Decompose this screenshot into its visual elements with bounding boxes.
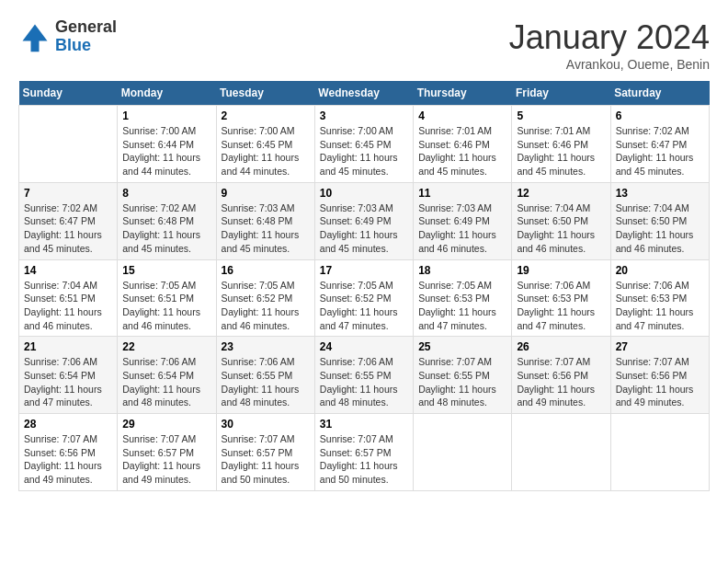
- day-info: Sunrise: 7:05 AMSunset: 6:51 PMDaylight:…: [122, 279, 210, 333]
- day-info: Sunrise: 7:02 AMSunset: 6:47 PMDaylight:…: [616, 124, 704, 178]
- calendar-cell: 31Sunrise: 7:07 AMSunset: 6:57 PMDayligh…: [314, 414, 413, 491]
- calendar-cell: 12Sunrise: 7:04 AMSunset: 6:50 PMDayligh…: [512, 182, 610, 259]
- header-sunday: Sunday: [19, 81, 118, 106]
- day-info: Sunrise: 7:03 AMSunset: 6:49 PMDaylight:…: [418, 201, 506, 256]
- calendar-cell: 21Sunrise: 7:06 AMSunset: 6:54 PMDayligh…: [19, 337, 118, 414]
- day-info: Sunrise: 7:07 AMSunset: 6:57 PMDaylight:…: [122, 432, 210, 487]
- day-number: 26: [517, 340, 605, 353]
- day-info: Sunrise: 7:04 AMSunset: 6:51 PMDaylight:…: [24, 279, 112, 333]
- day-info: Sunrise: 7:04 AMSunset: 6:50 PMDaylight:…: [517, 201, 605, 256]
- calendar-cell: 3Sunrise: 7:00 AMSunset: 6:45 PMDaylight…: [314, 106, 413, 183]
- calendar-cell: 15Sunrise: 7:05 AMSunset: 6:51 PMDayligh…: [118, 259, 216, 337]
- calendar-cell: 7Sunrise: 7:02 AMSunset: 6:47 PMDaylight…: [19, 182, 118, 259]
- day-number: 22: [122, 340, 210, 353]
- day-info: Sunrise: 7:06 AMSunset: 6:53 PMDaylight:…: [616, 279, 704, 333]
- header-saturday: Saturday: [610, 81, 709, 106]
- day-number: 19: [517, 264, 605, 277]
- calendar-cell: 20Sunrise: 7:06 AMSunset: 6:53 PMDayligh…: [610, 259, 709, 337]
- day-number: 21: [24, 340, 112, 353]
- day-info: Sunrise: 7:04 AMSunset: 6:50 PMDaylight:…: [616, 201, 704, 256]
- calendar-cell: [512, 414, 610, 491]
- day-number: 4: [418, 109, 506, 122]
- calendar-cell: 16Sunrise: 7:05 AMSunset: 6:52 PMDayligh…: [216, 259, 314, 337]
- day-number: 1: [122, 109, 210, 122]
- day-info: Sunrise: 7:07 AMSunset: 6:56 PMDaylight:…: [24, 432, 112, 487]
- day-info: Sunrise: 7:06 AMSunset: 6:55 PMDaylight:…: [320, 355, 408, 409]
- logo: General Blue: [18, 18, 117, 55]
- day-info: Sunrise: 7:07 AMSunset: 6:56 PMDaylight:…: [517, 355, 605, 409]
- calendar-cell: 13Sunrise: 7:04 AMSunset: 6:50 PMDayligh…: [610, 182, 709, 259]
- day-info: Sunrise: 7:05 AMSunset: 6:52 PMDaylight:…: [320, 279, 408, 333]
- day-number: 7: [24, 187, 112, 200]
- day-info: Sunrise: 7:07 AMSunset: 6:55 PMDaylight:…: [418, 355, 506, 409]
- day-info: Sunrise: 7:05 AMSunset: 6:52 PMDaylight:…: [222, 279, 310, 333]
- day-info: Sunrise: 7:00 AMSunset: 6:45 PMDaylight:…: [222, 124, 310, 178]
- day-number: 17: [320, 264, 408, 277]
- day-number: 20: [616, 264, 704, 277]
- logo-general-text: General: [55, 18, 117, 37]
- day-number: 16: [222, 264, 310, 277]
- day-info: Sunrise: 7:00 AMSunset: 6:45 PMDaylight:…: [320, 124, 408, 178]
- day-number: 11: [418, 187, 506, 200]
- calendar-cell: 5Sunrise: 7:01 AMSunset: 6:46 PMDaylight…: [512, 106, 610, 183]
- calendar-cell: 28Sunrise: 7:07 AMSunset: 6:56 PMDayligh…: [19, 414, 118, 491]
- calendar-cell: [610, 414, 709, 491]
- calendar-week-row: 14Sunrise: 7:04 AMSunset: 6:51 PMDayligh…: [19, 259, 710, 337]
- calendar-cell: 30Sunrise: 7:07 AMSunset: 6:57 PMDayligh…: [216, 414, 314, 491]
- day-number: 2: [222, 109, 310, 122]
- day-number: 3: [320, 109, 408, 122]
- title-block: January 2024 Avrankou, Oueme, Benin: [509, 18, 710, 72]
- calendar-week-row: 1Sunrise: 7:00 AMSunset: 6:44 PMDaylight…: [19, 106, 710, 183]
- calendar-week-row: 7Sunrise: 7:02 AMSunset: 6:47 PMDaylight…: [19, 182, 710, 259]
- calendar-header-row: SundayMondayTuesdayWednesdayThursdayFrid…: [19, 81, 710, 106]
- day-info: Sunrise: 7:07 AMSunset: 6:57 PMDaylight:…: [222, 432, 310, 487]
- header-tuesday: Tuesday: [216, 81, 314, 106]
- header-wednesday: Wednesday: [314, 81, 413, 106]
- day-number: 24: [320, 340, 408, 353]
- calendar-subtitle: Avrankou, Oueme, Benin: [509, 57, 710, 72]
- day-number: 18: [418, 264, 506, 277]
- day-info: Sunrise: 7:02 AMSunset: 6:47 PMDaylight:…: [24, 201, 112, 256]
- calendar-cell: 18Sunrise: 7:05 AMSunset: 6:53 PMDayligh…: [414, 259, 512, 337]
- day-number: 27: [616, 340, 704, 353]
- calendar-title: January 2024: [509, 18, 710, 57]
- calendar-table: SundayMondayTuesdayWednesdayThursdayFrid…: [18, 81, 710, 491]
- page-header: General Blue January 2024 Avrankou, Ouem…: [18, 18, 710, 72]
- day-number: 9: [222, 187, 310, 200]
- day-number: 29: [122, 418, 210, 431]
- day-number: 10: [320, 187, 408, 200]
- day-info: Sunrise: 7:03 AMSunset: 6:49 PMDaylight:…: [320, 201, 408, 256]
- day-info: Sunrise: 7:01 AMSunset: 6:46 PMDaylight:…: [517, 124, 605, 178]
- calendar-cell: 25Sunrise: 7:07 AMSunset: 6:55 PMDayligh…: [414, 337, 512, 414]
- calendar-cell: [414, 414, 512, 491]
- header-friday: Friday: [512, 81, 610, 106]
- day-info: Sunrise: 7:00 AMSunset: 6:44 PMDaylight:…: [122, 124, 210, 178]
- day-number: 5: [517, 109, 605, 122]
- day-info: Sunrise: 7:05 AMSunset: 6:53 PMDaylight:…: [418, 279, 506, 333]
- day-number: 15: [122, 264, 210, 277]
- day-info: Sunrise: 7:07 AMSunset: 6:57 PMDaylight:…: [320, 432, 408, 487]
- day-number: 6: [616, 109, 704, 122]
- day-info: Sunrise: 7:03 AMSunset: 6:48 PMDaylight:…: [222, 201, 310, 256]
- header-monday: Monday: [118, 81, 216, 106]
- calendar-cell: 22Sunrise: 7:06 AMSunset: 6:54 PMDayligh…: [118, 337, 216, 414]
- calendar-cell: 26Sunrise: 7:07 AMSunset: 6:56 PMDayligh…: [512, 337, 610, 414]
- calendar-cell: 17Sunrise: 7:05 AMSunset: 6:52 PMDayligh…: [314, 259, 413, 337]
- calendar-cell: [19, 106, 118, 183]
- day-info: Sunrise: 7:06 AMSunset: 6:53 PMDaylight:…: [517, 279, 605, 333]
- day-number: 30: [222, 418, 310, 431]
- day-number: 14: [24, 264, 112, 277]
- day-number: 13: [616, 187, 704, 200]
- day-info: Sunrise: 7:07 AMSunset: 6:56 PMDaylight:…: [616, 355, 704, 409]
- day-info: Sunrise: 7:06 AMSunset: 6:54 PMDaylight:…: [24, 355, 112, 409]
- logo-icon: [18, 20, 51, 53]
- calendar-cell: 29Sunrise: 7:07 AMSunset: 6:57 PMDayligh…: [118, 414, 216, 491]
- calendar-cell: 9Sunrise: 7:03 AMSunset: 6:48 PMDaylight…: [216, 182, 314, 259]
- calendar-cell: 6Sunrise: 7:02 AMSunset: 6:47 PMDaylight…: [610, 106, 709, 183]
- day-info: Sunrise: 7:06 AMSunset: 6:54 PMDaylight:…: [122, 355, 210, 409]
- calendar-cell: 19Sunrise: 7:06 AMSunset: 6:53 PMDayligh…: [512, 259, 610, 337]
- calendar-week-row: 21Sunrise: 7:06 AMSunset: 6:54 PMDayligh…: [19, 337, 710, 414]
- calendar-cell: 14Sunrise: 7:04 AMSunset: 6:51 PMDayligh…: [19, 259, 118, 337]
- calendar-cell: 27Sunrise: 7:07 AMSunset: 6:56 PMDayligh…: [610, 337, 709, 414]
- calendar-cell: 8Sunrise: 7:02 AMSunset: 6:48 PMDaylight…: [118, 182, 216, 259]
